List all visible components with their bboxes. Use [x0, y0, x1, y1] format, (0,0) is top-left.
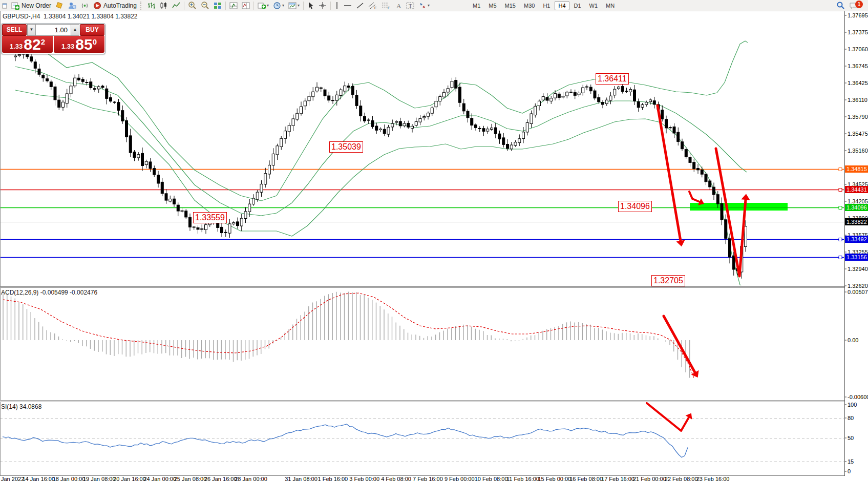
- publisher-icon[interactable]: [66, 1, 78, 10]
- zoom-in-icon[interactable]: [186, 1, 198, 10]
- candle-body: [645, 102, 648, 105]
- line-marker[interactable]: [839, 168, 842, 171]
- signals-icon[interactable]: [79, 1, 91, 10]
- candle-body: [165, 194, 167, 200]
- candle-body: [268, 165, 271, 174]
- candle-body: [613, 89, 616, 95]
- price-tick-1.36745: 1.36745: [848, 63, 868, 69]
- equidistant-channel-icon[interactable]: E: [367, 1, 379, 10]
- candle-body: [681, 142, 684, 149]
- timeframe-H1[interactable]: H1: [539, 1, 554, 10]
- vertical-line-icon[interactable]: [333, 1, 341, 10]
- candle-body: [732, 256, 735, 269]
- window-icon[interactable]: [1, 1, 9, 10]
- fibonacci-icon[interactable]: F: [380, 1, 392, 10]
- line-marker[interactable]: [839, 206, 842, 210]
- macd-pane[interactable]: [3, 291, 699, 378]
- volume-up-stepper[interactable]: ▲: [71, 24, 79, 36]
- cursor-icon[interactable]: [306, 1, 316, 10]
- chevron-down-icon: ▾: [428, 3, 430, 8]
- timeframe-buttons: M1M5M15M30H1H4D1W1MN: [469, 0, 619, 11]
- candle-body: [526, 122, 528, 132]
- add-indicator-button[interactable]: ▾: [256, 1, 270, 10]
- red-arrow[interactable]: [664, 316, 695, 372]
- candle-body: [602, 102, 604, 104]
- candle-body: [280, 138, 283, 147]
- horizontal-line-icon[interactable]: [342, 1, 353, 10]
- buy-price-big: 85: [75, 37, 92, 52]
- line-marker[interactable]: [839, 189, 842, 192]
- tile-windows-icon[interactable]: [212, 1, 223, 10]
- candle-body: [415, 121, 417, 125]
- price-level-tag-1.33492: 1.33492: [845, 236, 868, 243]
- timeframe-M5[interactable]: M5: [485, 1, 500, 10]
- time-label: 3 Feb 00:00: [349, 476, 379, 481]
- timeframe-M1[interactable]: M1: [469, 1, 484, 10]
- line-chart-icon[interactable]: [171, 1, 182, 10]
- candle-body: [502, 138, 505, 144]
- periods-button[interactable]: ▾: [271, 1, 286, 10]
- bar-chart-icon[interactable]: [146, 1, 157, 10]
- candle-body: [110, 98, 112, 101]
- new-order-button[interactable]: New Order: [10, 1, 53, 10]
- svg-text:E: E: [374, 6, 377, 10]
- buy-price-box[interactable]: 1.33 85 0: [54, 36, 104, 53]
- candle-body: [312, 92, 314, 97]
- chart-canvas[interactable]: [0, 0, 868, 481]
- price-annotation-1.33559[interactable]: 1.33559: [193, 212, 227, 223]
- zoom-out-icon[interactable]: [199, 1, 211, 10]
- crosshair-icon[interactable]: [317, 1, 328, 10]
- sell-price-box[interactable]: 1.33 82 2: [2, 36, 53, 53]
- candle-body: [534, 106, 537, 115]
- autotrading-button[interactable]: AutoTrading: [92, 1, 138, 10]
- green-highlight-band[interactable]: [690, 203, 788, 211]
- candlestick-chart-icon[interactable]: [158, 1, 170, 10]
- price-annotation-1.34096[interactable]: 1.34096: [618, 201, 652, 212]
- time-label: 24 Jan 00:00: [143, 476, 176, 481]
- candle-body: [260, 184, 263, 192]
- notifications-button[interactable]: 1: [848, 1, 864, 10]
- candle-body: [308, 96, 310, 101]
- candle-body: [379, 129, 382, 130]
- search-icon[interactable]: [835, 1, 846, 10]
- timeframe-D1[interactable]: D1: [570, 1, 585, 10]
- svg-text:T: T: [409, 3, 412, 9]
- candle-body: [105, 89, 108, 98]
- arrows-button[interactable]: ▾: [417, 1, 431, 10]
- timeframe-MN[interactable]: MN: [602, 1, 618, 10]
- candle-body: [518, 139, 521, 143]
- candle-body: [197, 227, 199, 229]
- trendline-icon[interactable]: [354, 1, 366, 10]
- time-axis[interactable]: Jan 202214 Jan 16:0018 Jan 00:0019 Jan 0…: [0, 476, 868, 481]
- rsi-pane[interactable]: [0, 403, 844, 462]
- new-order-label: New Order: [22, 2, 51, 9]
- candle-body: [391, 123, 394, 127]
- candle-body: [538, 101, 541, 106]
- timeframe-M30[interactable]: M30: [520, 1, 538, 10]
- indicator-pane-right-icon[interactable]: [240, 1, 251, 10]
- timeframe-W1[interactable]: W1: [586, 1, 602, 10]
- indicator-pane-icon[interactable]: [228, 1, 239, 10]
- candle-body: [328, 96, 330, 100]
- sell-button[interactable]: SELL: [2, 24, 27, 36]
- candle-body: [141, 153, 144, 165]
- templates-button[interactable]: ▾: [287, 1, 301, 10]
- price-annotation-1.32705[interactable]: 1.32705: [651, 275, 685, 286]
- price-annotation-1.36411[interactable]: 1.36411: [596, 73, 629, 85]
- candle-body: [562, 96, 564, 97]
- timeframe-H4[interactable]: H4: [555, 1, 569, 10]
- volume-input[interactable]: 1.00: [36, 24, 71, 36]
- red-arrow[interactable]: [689, 192, 700, 202]
- line-marker[interactable]: [839, 238, 842, 241]
- red-arrow[interactable]: [658, 106, 681, 241]
- deposit-icon[interactable]: [54, 1, 65, 10]
- text-label-icon[interactable]: T: [405, 1, 416, 10]
- timeframe-M15[interactable]: M15: [501, 1, 519, 10]
- text-icon[interactable]: A: [393, 1, 404, 10]
- candle-body: [399, 121, 401, 126]
- line-marker[interactable]: [839, 256, 842, 259]
- red-arrow[interactable]: [647, 403, 689, 431]
- buy-button[interactable]: BUY: [80, 24, 104, 36]
- volume-down-stepper[interactable]: ▼: [27, 24, 36, 36]
- price-annotation-1.35039[interactable]: 1.35039: [329, 141, 363, 153]
